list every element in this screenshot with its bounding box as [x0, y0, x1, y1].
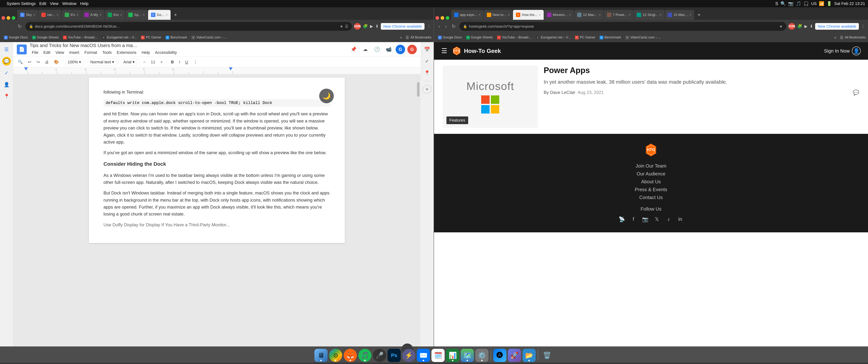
docs-cloud-icon[interactable]: ☁ [361, 45, 370, 54]
bookmark-pcgamer[interactable]: P PC Gamer [139, 35, 163, 40]
menu-file[interactable]: File [30, 49, 40, 56]
sidebar-map-icon[interactable]: 📍 [2, 92, 11, 101]
minimize-button-right[interactable] [441, 16, 444, 20]
dock-numbers[interactable]: 📊 [446, 349, 459, 362]
tab-sky[interactable]: S Sky × [17, 10, 38, 20]
sidebar-map-pin-icon[interactable]: 📍 [423, 68, 431, 77]
docs-move-icon[interactable]: 📌 [349, 45, 358, 54]
menu-help[interactable]: Help [80, 1, 88, 6]
zoom-dropdown[interactable]: 100% ▾ [65, 58, 83, 66]
sidebar-calendar-icon[interactable]: 📅 [423, 45, 431, 54]
bm-right-eurogamer[interactable]: E Eurogamer.net – V... [534, 35, 572, 40]
tab-new-to[interactable]: New to... × [484, 10, 513, 20]
tab-close-ran[interactable]: × [57, 13, 59, 17]
doc-scrollbar[interactable] [416, 74, 421, 363]
sidebar-person-icon[interactable]: 👤 [2, 80, 11, 89]
htg-linkedin-icon[interactable]: in [676, 215, 685, 224]
bm-right-pcgamer[interactable]: P PC Gamer [573, 35, 597, 40]
dock-photoshop[interactable]: Ps [388, 349, 401, 362]
htg-sign-in-button[interactable]: Sign In Now 👤 [824, 47, 861, 55]
sidebar-check-icon[interactable]: ✓ [2, 68, 11, 77]
htg-twitter-icon[interactable]: 𝕏 [652, 215, 661, 224]
tab-close-docs[interactable]: × [166, 13, 168, 17]
tab-ran[interactable]: ran... × [38, 10, 61, 20]
htg-article-title[interactable]: Power Apps [544, 65, 859, 75]
reload-button-left[interactable]: ↻ [16, 23, 23, 30]
search-icon[interactable]: 🔍 [780, 1, 786, 6]
docs-video-icon[interactable]: 📹 [384, 45, 394, 54]
forward-button-left[interactable]: › [10, 23, 14, 30]
font-size-decrease[interactable]: − [142, 59, 148, 65]
sidebar-tasks-icon[interactable]: ✓ [423, 57, 431, 65]
menu-view[interactable]: View [53, 49, 66, 56]
tab-close-sp[interactable]: × [143, 13, 145, 17]
htg-user-icon[interactable]: 👤 [852, 47, 861, 55]
tab-em[interactable]: Em × [105, 10, 125, 20]
extensions-icon-left[interactable]: 🧩 [363, 24, 368, 29]
footer-link-press[interactable]: Press & Events [635, 187, 667, 192]
toolbar-paint[interactable]: 🎨 [52, 59, 61, 65]
menu-help[interactable]: Help [139, 49, 152, 56]
bookmark-youtube[interactable]: Y YouTube – Broadc... [61, 35, 99, 40]
menu-tools[interactable]: Tools [100, 49, 114, 56]
bookmark-star-right[interactable]: ★ [779, 24, 783, 29]
wifi-icon[interactable]: 📶 [819, 1, 824, 6]
htg-logo[interactable]: HTG How-To Geek [452, 46, 501, 56]
bm-right-benchmark[interactable]: B Benchmark [598, 35, 623, 40]
htg-menu-button[interactable]: ☰ [441, 47, 447, 55]
tab-its[interactable]: It's × [62, 10, 81, 20]
tab-close-12singl[interactable]: × [659, 13, 661, 17]
menu-accessibility[interactable]: Accessibility [153, 49, 179, 56]
htg-features-badge[interactable]: Features [446, 116, 468, 124]
close-button[interactable] [1, 16, 5, 20]
tab-sp[interactable]: Sp... × [125, 10, 148, 20]
tab-google-docs[interactable]: D Go... × [148, 10, 171, 20]
tab-15mac[interactable]: 15 Mac... × [665, 10, 694, 20]
dock-launchpad[interactable]: 🚀 [508, 349, 521, 362]
maximize-button-right[interactable] [446, 16, 450, 20]
bm-right-sheets[interactable]: S Google Sheets [464, 35, 495, 40]
dock-maps[interactable]: 🗺️ [461, 349, 474, 362]
new-tab-button-right[interactable]: + [694, 10, 704, 20]
bookmark-benchmark[interactable]: B Benchmark [164, 35, 189, 40]
more-options-btn[interactable]: ⋮ [191, 59, 199, 65]
sidebar-plus-icon[interactable]: + [423, 85, 431, 93]
tab-close-app-expo[interactable]: × [478, 13, 480, 17]
dock-appstore[interactable]: 🅐 [493, 349, 506, 362]
tab-how-the[interactable]: H How the... × [513, 10, 544, 20]
menu-format[interactable]: Format [82, 49, 99, 56]
menu-extensions[interactable]: Extensions [115, 49, 139, 56]
tab-7power[interactable]: 7 Powe... × [604, 10, 633, 20]
dock-settings[interactable]: ⚙️ [475, 349, 489, 362]
toolbar-redo[interactable]: ↪ [35, 59, 41, 65]
tab-12singl[interactable]: 12 Singl... × [634, 10, 664, 20]
more-menu-left[interactable]: ⋮ [427, 24, 431, 29]
youtube-icon-left[interactable]: ▶ [370, 24, 373, 29]
tab-close-mission[interactable]: × [569, 13, 571, 17]
extensions-icon-right[interactable]: 🧩 [797, 24, 802, 29]
htg-comment-icon[interactable]: 💬 [853, 89, 859, 95]
bookmark-eurogamer[interactable]: E Eurogamer.net – V... [100, 35, 138, 40]
address-field-right[interactable]: 🔒 howtogeek.com/search/?q=app+expose ★ [459, 22, 786, 31]
address-field-left[interactable]: 🔒 docs.google.com/document/d/1lWr6B1hK-h… [25, 22, 352, 31]
sidebar-outline-icon[interactable]: ☰ [2, 45, 11, 54]
more-menu-right[interactable]: ⋮ [861, 24, 865, 29]
tab-close-my[interactable]: × [99, 13, 101, 17]
docs-history-icon[interactable]: 🕐 [372, 45, 382, 54]
menu-edit[interactable]: Edit [41, 49, 53, 56]
dock-lrc[interactable]: 🎤 [373, 349, 386, 362]
download-icon-right[interactable]: ⬇ [810, 24, 813, 29]
tab-mission[interactable]: Mission... × [544, 10, 574, 20]
htg-tiktok-icon[interactable]: ♪ [664, 215, 673, 224]
youtube-icon-right[interactable]: ▶ [804, 24, 807, 29]
htg-facebook-icon[interactable]: f [629, 215, 638, 224]
font-size-increase[interactable]: + [158, 59, 164, 65]
tab-close-12mac[interactable]: × [599, 13, 601, 17]
download-icon-left[interactable]: ⬇ [375, 24, 379, 29]
new-chrome-banner-left[interactable]: New Chrome available [381, 23, 425, 30]
tab-my[interactable]: A My × [82, 10, 104, 20]
bold-btn[interactable]: B [169, 59, 176, 65]
htg-instagram-icon[interactable]: 📷 [641, 215, 650, 224]
close-button-right[interactable] [435, 16, 439, 20]
doc-code-block[interactable]: defaults write com.apple.dock scroll-to-… [103, 99, 330, 107]
